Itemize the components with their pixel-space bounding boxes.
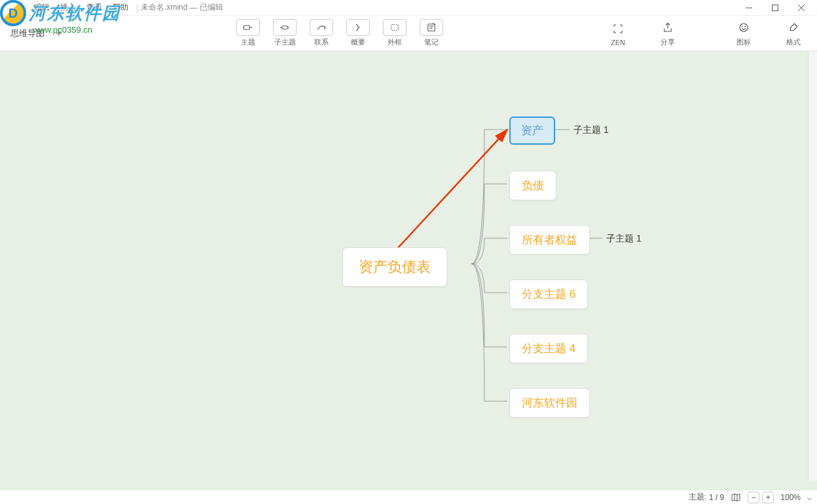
relationship-icon — [310, 19, 333, 36]
node-root[interactable]: 资产负债表 — [342, 247, 447, 287]
minimize-icon — [746, 5, 752, 11]
boundary-icon — [383, 19, 407, 36]
node-root-label: 资产负债表 — [359, 257, 431, 277]
svg-rect-6 — [282, 26, 288, 29]
subtopic-icon — [273, 19, 297, 36]
svg-point-13 — [740, 24, 748, 31]
status-minimap[interactable] — [731, 492, 741, 503]
brush-icon — [782, 19, 805, 36]
subtopic-0[interactable]: 子主题 1 — [573, 124, 609, 136]
node-branch-5[interactable]: 河东软件园 — [509, 388, 590, 418]
menu-help[interactable]: 帮助 — [107, 1, 134, 14]
boundary-label: 外框 — [388, 37, 402, 47]
status-topic-label: 主题: — [689, 492, 706, 503]
status-bar: 主题: 1 / 9 − + 100% ⌵ — [0, 490, 817, 504]
icons-button[interactable]: 图标 — [725, 16, 762, 50]
document-filename: 未命名.xmind — [141, 2, 187, 13]
svg-rect-10 — [428, 24, 435, 31]
icons-label: 图标 — [736, 37, 751, 47]
zen-button[interactable]: ZEN — [600, 16, 636, 50]
share-label: 分享 — [661, 37, 675, 47]
tab-add-button[interactable]: + — [51, 26, 67, 41]
svg-line-16 — [386, 130, 507, 261]
node-branch-0[interactable]: 资产 — [509, 117, 555, 145]
format-label: 格式 — [786, 37, 801, 47]
svg-rect-9 — [391, 25, 399, 31]
subtopic-button[interactable]: 子主题 — [266, 16, 303, 50]
node-branch-4-label: 分支主题 4 — [522, 341, 575, 356]
vertical-scrollbar[interactable] — [808, 51, 817, 480]
relationship-label: 联系 — [314, 37, 329, 47]
boundary-button[interactable]: 外框 — [376, 16, 413, 50]
close-icon — [798, 5, 805, 11]
toolbar: 思维导图 + 主题 子主题 联系 概要 外框 — [0, 16, 817, 51]
tool-group-main: 主题 子主题 联系 概要 外框 笔记 — [230, 16, 450, 50]
close-button[interactable] — [788, 0, 814, 16]
zen-icon — [606, 20, 630, 37]
tab-section: 思维导图 + — [5, 25, 67, 42]
node-branch-4[interactable]: 分支主题 4 — [509, 334, 588, 363]
share-button[interactable]: 分享 — [649, 16, 686, 50]
canvas[interactable]: 资产负债表 资产 子主题 1 负债 所有者权益 子主题 1 分支主题 6 分支主… — [0, 51, 817, 490]
summary-button[interactable]: 概要 — [340, 16, 376, 50]
document-status-separator: — — [187, 3, 200, 12]
node-branch-2[interactable]: 所有者权益 — [509, 225, 590, 255]
format-button[interactable]: 格式 — [775, 16, 812, 50]
status-topic-count: 主题: 1 / 9 — [689, 492, 725, 503]
note-button[interactable]: 笔记 — [413, 16, 450, 50]
mindmap: 资产负债表 资产 子主题 1 负债 所有者权益 子主题 1 分支主题 6 分支主… — [0, 51, 817, 490]
relationship-button[interactable]: 联系 — [303, 16, 340, 50]
maximize-icon — [772, 5, 778, 11]
window-controls — [736, 0, 814, 16]
node-branch-0-label: 资产 — [521, 123, 543, 138]
svg-point-15 — [745, 26, 746, 27]
title-separator: | — [136, 3, 138, 12]
document-status: 已编辑 — [200, 2, 223, 13]
menu-view[interactable]: 查看 — [81, 1, 107, 14]
minimize-button[interactable] — [736, 0, 762, 16]
topic-label: 主题 — [241, 37, 255, 47]
menu-file[interactable]: 文件 — [3, 1, 29, 14]
node-branch-3[interactable]: 分支主题 6 — [509, 279, 588, 309]
svg-rect-1 — [772, 5, 778, 10]
node-branch-2-label: 所有者权益 — [522, 232, 577, 247]
node-branch-1[interactable]: 负债 — [509, 171, 556, 200]
minimap-icon — [731, 492, 741, 503]
node-branch-1-label: 负债 — [522, 178, 544, 193]
menu-edit[interactable]: 编辑 — [29, 1, 55, 14]
summary-label: 概要 — [351, 37, 365, 47]
node-branch-3-label: 分支主题 6 — [522, 287, 575, 302]
subtopic-label: 子主题 — [274, 37, 296, 47]
menu-insert[interactable]: 插入 — [55, 1, 81, 14]
title-bar: 文件 编辑 插入 查看 帮助 | 未命名.xmind — 已编辑 — [0, 0, 817, 16]
svg-rect-4 — [244, 26, 249, 29]
tool-group-right: ZEN 分享 图标 格式 — [600, 16, 812, 50]
annotation-arrow — [380, 117, 524, 267]
smiley-icon — [732, 19, 755, 36]
maximize-button[interactable] — [762, 0, 788, 16]
zoom-level[interactable]: 100% — [780, 493, 801, 502]
note-icon — [420, 19, 443, 36]
node-branch-5-label: 河东软件园 — [522, 395, 577, 410]
svg-point-14 — [742, 26, 742, 27]
zoom-controls: − + — [748, 492, 774, 503]
tab-mindmap[interactable]: 思维导图 — [5, 25, 50, 42]
status-topic-value: 1 / 9 — [709, 493, 724, 502]
subtopic-2[interactable]: 子主题 1 — [606, 233, 642, 245]
zoom-in-button[interactable]: + — [762, 492, 774, 503]
zoom-dropdown-icon[interactable]: ⌵ — [807, 493, 812, 502]
zen-label: ZEN — [611, 39, 625, 46]
zoom-out-button[interactable]: − — [748, 492, 759, 503]
topic-button[interactable]: 主题 — [230, 16, 266, 50]
note-label: 笔记 — [424, 37, 439, 47]
share-icon — [656, 19, 680, 36]
topic-icon — [236, 19, 260, 36]
summary-icon — [346, 19, 370, 36]
